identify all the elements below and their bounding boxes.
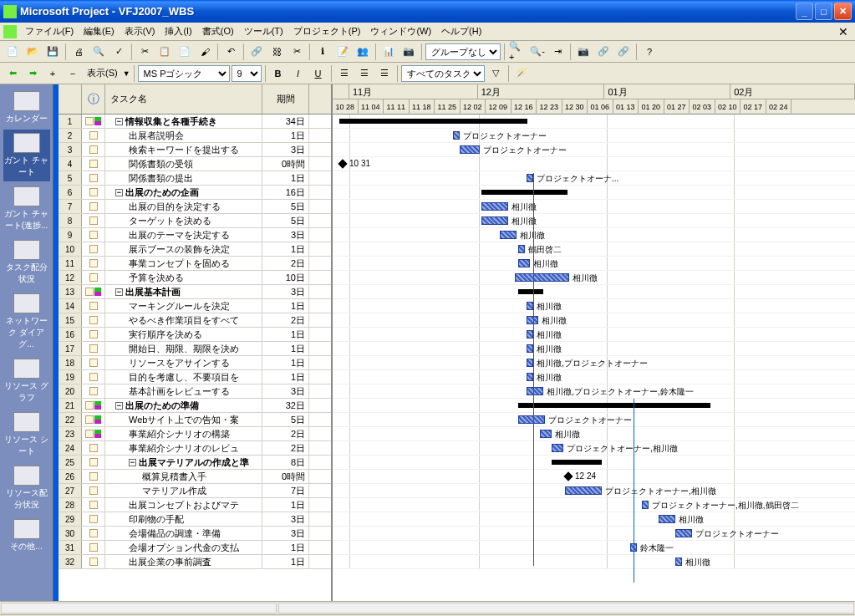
row-number[interactable]: 30 <box>59 527 82 540</box>
task-row[interactable]: 11事業コンセプトを固める2日 <box>59 257 331 271</box>
row-number[interactable]: 15 <box>59 313 82 327</box>
collapse-icon[interactable]: − <box>129 459 136 466</box>
task-bar[interactable] <box>500 231 517 239</box>
task-name-cell[interactable]: 関係書類の受領 <box>105 157 262 171</box>
duration-cell[interactable]: 2日 <box>262 427 309 440</box>
duration-cell[interactable]: 1日 <box>262 498 309 512</box>
gantt-chart[interactable]: 11月12月01月02月 10 2811 0411 1111 1811 2512… <box>333 84 855 601</box>
duration-cell[interactable]: 0時間 <box>262 157 309 171</box>
gantt-row[interactable]: 10 31 <box>333 157 855 171</box>
info-cell[interactable] <box>82 271 105 284</box>
task-bar[interactable] <box>642 501 649 509</box>
info-cell[interactable] <box>82 427 105 440</box>
info-cell[interactable] <box>82 115 105 128</box>
task-row[interactable]: 2出展者説明会1日 <box>59 129 331 143</box>
summary-bar[interactable] <box>339 119 527 124</box>
row-number[interactable]: 22 <box>59 413 82 426</box>
duration-cell[interactable]: 7日 <box>262 484 309 497</box>
task-row[interactable]: 8ターゲットを決める5日 <box>59 214 331 228</box>
task-bar[interactable] <box>675 529 692 537</box>
info-cell[interactable] <box>82 228 105 242</box>
row-number[interactable]: 9 <box>59 228 82 242</box>
info-cell[interactable] <box>82 186 105 199</box>
gantt-row[interactable] <box>333 399 855 413</box>
gantt-row[interactable]: 相川徹 <box>333 228 855 242</box>
view-item[interactable]: その他... <box>3 516 50 556</box>
view-item[interactable]: リソース配分状況 <box>3 462 50 514</box>
task-name-cell[interactable]: 出展のテーマを決定する <box>105 228 262 242</box>
gantt-row[interactable]: 相川徹 <box>333 200 855 214</box>
info-cell[interactable] <box>82 143 105 156</box>
task-row[interactable]: 15やるべき作業項目をすべて2日 <box>59 313 331 328</box>
duration-cell[interactable]: 1日 <box>262 356 309 369</box>
task-row[interactable]: 27マテリアル作成7日 <box>59 484 331 498</box>
view-item[interactable]: カレンダー <box>3 88 50 128</box>
publish-button[interactable]: 📊 <box>379 43 398 61</box>
task-row[interactable]: 21−出展のための準備32日 <box>59 399 331 413</box>
task-bar[interactable] <box>540 430 552 438</box>
duration-cell[interactable]: 3日 <box>262 285 309 298</box>
view-item[interactable]: ネットワーク ダイアグ... <box>3 290 50 354</box>
task-row[interactable]: 5関係書類の提出1日 <box>59 171 331 186</box>
task-name-cell[interactable]: 会場備品の調達・準備 <box>105 527 262 540</box>
menu-item[interactable]: 挿入(I) <box>160 23 196 39</box>
task-bar[interactable] <box>527 174 533 182</box>
task-row[interactable]: 23事業紹介シナリオの構築2日 <box>59 427 331 441</box>
view-item[interactable]: リソース グラフ <box>3 355 50 407</box>
gantt-row[interactable]: プロジェクトオーナ... <box>333 171 855 186</box>
task-name-cell[interactable]: 印刷物の手配 <box>105 512 262 526</box>
row-number[interactable]: 13 <box>59 285 82 298</box>
indent-button[interactable]: − <box>64 64 82 83</box>
task-row[interactable]: 26概算見積書入手0時間 <box>59 470 331 484</box>
row-number[interactable]: 5 <box>59 171 82 185</box>
task-name-cell[interactable]: 出展企業の事前調査 <box>105 555 262 568</box>
info-column-header[interactable]: ⓘ <box>82 84 105 114</box>
task-name-cell[interactable]: マテリアル作成 <box>105 484 262 497</box>
gantt-row[interactable]: 相川徹 <box>333 299 855 313</box>
info-cell[interactable] <box>82 498 105 512</box>
row-number[interactable]: 31 <box>59 541 82 554</box>
row-number[interactable]: 1 <box>59 115 82 128</box>
task-bar[interactable] <box>527 344 533 353</box>
collapse-icon[interactable]: − <box>115 402 123 410</box>
task-bar[interactable] <box>453 131 460 140</box>
view-item[interactable]: リソース シート <box>3 409 50 461</box>
duration-cell[interactable]: 8日 <box>262 456 309 469</box>
task-name-cell[interactable]: −出展のための企画 <box>105 186 262 199</box>
info-cell[interactable] <box>82 456 105 469</box>
task-name-cell[interactable]: 検索キーワードを提出する <box>105 143 262 156</box>
duration-cell[interactable]: 1日 <box>262 328 309 341</box>
forward-button[interactable]: ➡ <box>23 64 42 83</box>
gantt-row[interactable]: プロジェクトオーナー,相川徹 <box>333 484 855 498</box>
row-number[interactable]: 6 <box>59 186 82 199</box>
gantt-row[interactable] <box>333 285 855 299</box>
duration-cell[interactable]: 1日 <box>262 541 309 554</box>
task-name-cell[interactable]: Webサイト上での告知・案 <box>105 413 262 426</box>
open-button[interactable]: 📂 <box>23 43 42 61</box>
view-item[interactable]: タスク配分状況 <box>3 237 50 288</box>
task-bar[interactable] <box>518 415 545 424</box>
task-row[interactable]: 6−出展のための企画16日 <box>59 186 331 200</box>
view-item[interactable]: ガント チャート(進捗... <box>3 183 50 235</box>
task-row[interactable]: 29印刷物の手配3日 <box>59 512 331 527</box>
row-number[interactable]: 12 <box>59 271 82 284</box>
spell-check-button[interactable]: ✓ <box>109 43 128 61</box>
duration-cell[interactable]: 5日 <box>262 413 309 426</box>
view-item[interactable]: ガント チャート <box>3 130 50 181</box>
task-row[interactable]: 19目的を考慮し、不要項目を1日 <box>59 370 331 384</box>
duration-cell[interactable]: 34日 <box>262 115 309 128</box>
assign-resources-button[interactable]: 👥 <box>354 43 372 61</box>
row-number[interactable]: 23 <box>59 427 82 440</box>
row-number[interactable]: 17 <box>59 342 82 355</box>
doc-close-button[interactable]: ✕ <box>835 25 852 38</box>
align-center-button[interactable]: ☰ <box>355 64 374 83</box>
autofilter-button[interactable]: ▽ <box>486 64 505 83</box>
wizard-button[interactable]: 🪄 <box>512 64 531 83</box>
summary-bar[interactable] <box>518 289 543 294</box>
info-cell[interactable] <box>82 555 105 568</box>
task-row[interactable]: 16実行順序を決める1日 <box>59 328 331 342</box>
task-row[interactable]: 17開始日、期限、期限を決め1日 <box>59 342 331 356</box>
info-cell[interactable] <box>82 299 105 313</box>
cut-button[interactable]: ✂ <box>135 43 154 61</box>
menu-item[interactable]: ウィンドウ(W) <box>365 23 436 39</box>
